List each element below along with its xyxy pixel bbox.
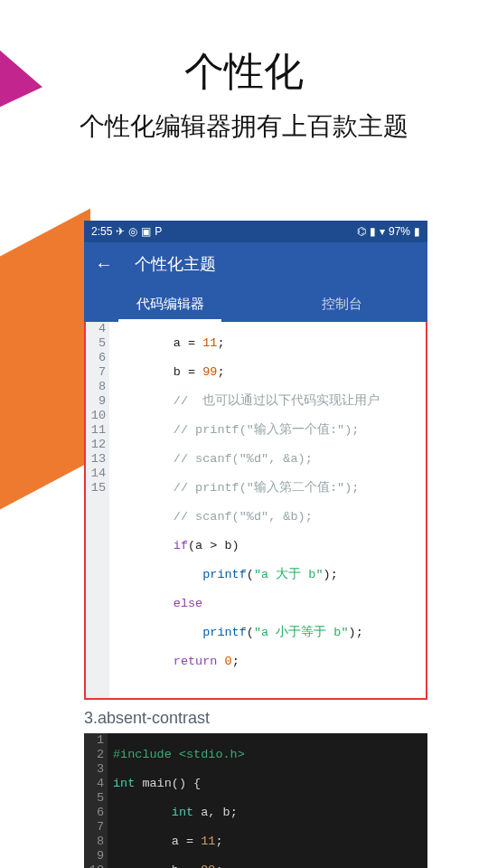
page-subtitle: 个性化编辑器拥有上百款主题: [0, 109, 488, 144]
wifi-icon: ▾: [380, 225, 385, 238]
bluetooth-icon: ⌬: [357, 225, 366, 238]
screenshot-icon: ▣: [141, 225, 151, 238]
code-content: #include <stdio.h> int main() { int a, b…: [108, 733, 427, 868]
tab-console[interactable]: 控制台: [256, 286, 427, 322]
app-icon: ◎: [128, 225, 137, 238]
code-editor-light[interactable]: 456789101112131415 a = 11; b = 99; // 也可…: [84, 322, 427, 700]
telegram-icon: ✈: [116, 225, 125, 238]
tab-bar: 代码编辑器 控制台: [84, 286, 427, 322]
battery-percent: 97%: [389, 225, 410, 238]
line-gutter: 123456789101112131415: [84, 733, 108, 868]
app-bar: ← 个性化主题: [84, 242, 427, 286]
status-time: 2:55: [91, 225, 112, 238]
decoration-orange: [0, 208, 90, 524]
p-icon: P: [155, 225, 162, 238]
appbar-title: 个性化主题: [135, 253, 216, 275]
line-gutter: 456789101112131415: [86, 322, 109, 698]
signal-icon: ▮: [370, 225, 376, 238]
code-editor-dark[interactable]: 123456789101112131415 #include <stdio.h>…: [84, 733, 427, 868]
back-arrow-icon[interactable]: ←: [95, 254, 113, 275]
tab-code-editor[interactable]: 代码编辑器: [84, 286, 256, 322]
phone-screenshot: 2:55 ✈ ◎ ▣ P ⌬ ▮ ▾ 97% ▮ ← 个性化主题 代码编辑器 控…: [84, 221, 427, 868]
page-title: 个性化: [0, 45, 488, 99]
theme-label-3: 3.absent-contrast: [84, 709, 427, 728]
status-bar: 2:55 ✈ ◎ ▣ P ⌬ ▮ ▾ 97% ▮: [84, 221, 427, 242]
code-content: a = 11; b = 99; // 也可以通过以下代码实现让用户 // pri…: [109, 322, 426, 698]
battery-icon: ▮: [414, 225, 420, 238]
